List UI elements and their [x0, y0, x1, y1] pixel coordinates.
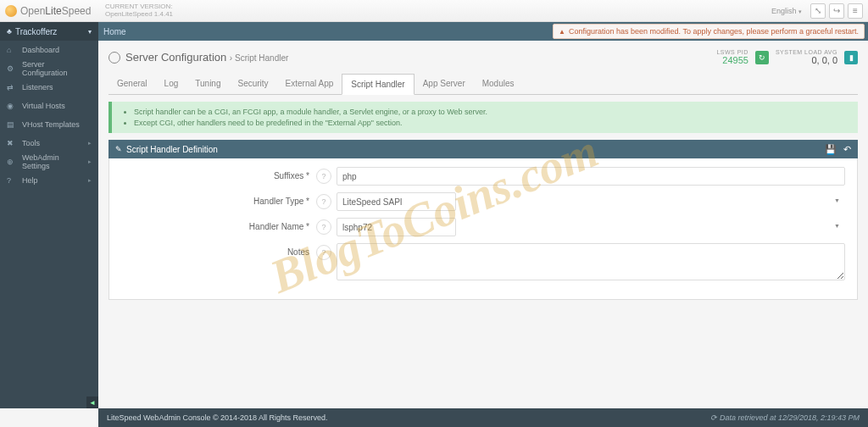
nav-label: Help: [22, 176, 38, 185]
tab-script-handler[interactable]: Script Handler: [342, 74, 414, 95]
language-selector[interactable]: English ▾: [766, 5, 807, 17]
tab-modules[interactable]: Modules: [474, 74, 523, 94]
sidebar-item-dashboard[interactable]: ⌂Dashboard: [0, 41, 98, 59]
panel-body: Suffixes * ? Handler Type * ? Handler Na…: [108, 158, 858, 300]
help-icon[interactable]: ?: [316, 169, 331, 184]
page-header: Server Configuration › Script Handler LS…: [108, 49, 858, 65]
help-icon[interactable]: ?: [316, 194, 331, 209]
logo[interactable]: OpenLiteSpeed: [5, 5, 98, 17]
lsws-pid: LSWS PID 24955: [716, 49, 748, 65]
config-alert: Configuration has been modified. To appl…: [553, 24, 865, 39]
sidebar: ♣ Trackofferz▾ ⌂Dashboard⚙Server Configu…: [0, 41, 98, 408]
logout-icon[interactable]: ↪: [829, 3, 844, 19]
footer-timestamp: ⟳ Data retrieved at 12/29/2018, 2:19:43 …: [710, 413, 860, 422]
footer: LiteSpeed WebAdmin Console © 2014-2018 A…: [98, 408, 868, 427]
tab-log[interactable]: Log: [156, 74, 187, 94]
nav-icon: ⇄: [7, 83, 17, 92]
notes-textarea[interactable]: [337, 243, 845, 280]
logo-text: OpenLiteSpeed: [20, 5, 91, 17]
fullscreen-icon[interactable]: ⤡: [810, 3, 826, 19]
suffixes-label: Suffixes *: [121, 167, 316, 180]
nav-label: VHost Templates: [22, 120, 80, 129]
nav-icon: ⚙: [7, 64, 17, 73]
info-item: Except CGI, other handlers need to be pr…: [134, 118, 849, 129]
edit-icon: ✎: [115, 145, 122, 153]
top-bar: OpenLiteSpeed CURRENT VERSION: OpenLiteS…: [0, 0, 868, 22]
sidebar-item-listeners[interactable]: ⇄Listeners: [0, 78, 98, 97]
nav-label: Listeners: [22, 83, 53, 92]
footer-copyright: LiteSpeed WebAdmin Console © 2014-2018 A…: [107, 413, 328, 422]
sidebar-item-server-configuration[interactable]: ⚙Server Configuration: [0, 59, 98, 78]
globe-icon: [108, 52, 120, 64]
nav-icon: ⊕: [7, 158, 17, 166]
breadcrumb-bar: Home Configuration has been modified. To…: [0, 22, 868, 41]
menu-icon[interactable]: ≡: [848, 3, 863, 19]
nav-label: Server Configuration: [22, 60, 92, 77]
tab-app-server[interactable]: App Server: [415, 74, 474, 94]
handler-type-select[interactable]: [337, 192, 456, 211]
tab-tuning[interactable]: Tuning: [186, 74, 229, 94]
nav-label: Dashboard: [22, 46, 59, 54]
panel-title: Script Handler Definition: [126, 145, 218, 154]
notes-label: Notes: [121, 243, 316, 257]
panel-header: ✎ Script Handler Definition 💾 ↶: [108, 140, 858, 158]
back-icon[interactable]: ↶: [843, 144, 851, 155]
help-icon[interactable]: ?: [316, 219, 331, 235]
handler-name-label: Handler Name *: [121, 218, 316, 231]
nav-label: Tools: [22, 139, 40, 147]
handler-name-select[interactable]: [337, 218, 456, 236]
sidebar-collapse-icon[interactable]: ◄: [86, 396, 98, 408]
page-title: Server Configuration › Script Handler: [125, 51, 288, 64]
sidebar-header[interactable]: ♣ Trackofferz▾: [0, 22, 98, 41]
tab-security[interactable]: Security: [229, 74, 276, 94]
sidebar-item-vhost-templates[interactable]: ▤VHost Templates: [0, 115, 98, 134]
logo-icon: [5, 5, 17, 17]
nav-icon: ?: [7, 176, 17, 185]
nav-icon: ✖: [7, 139, 17, 147]
breadcrumb-home[interactable]: Home: [103, 27, 126, 36]
suffixes-input[interactable]: [337, 167, 845, 186]
restart-icon[interactable]: ↻: [755, 51, 769, 64]
main-content: Server Configuration › Script Handler LS…: [98, 41, 868, 408]
handler-type-label: Handler Type *: [121, 192, 316, 206]
nav-label: Virtual Hosts: [22, 102, 65, 110]
nav-icon: ◉: [7, 102, 17, 110]
nav-icon: ⌂: [7, 46, 17, 54]
tab-external-app[interactable]: External App: [277, 74, 342, 94]
save-icon[interactable]: 💾: [825, 144, 837, 155]
system-load: SYSTEM LOAD AVG 0, 0, 0: [776, 49, 837, 65]
info-item: Script handler can be a CGI, an FCGI app…: [134, 107, 849, 118]
stats-icon[interactable]: ▮: [844, 51, 858, 64]
sidebar-item-help[interactable]: ?Help▸: [0, 171, 98, 190]
sidebar-item-tools[interactable]: ✖Tools▸: [0, 134, 98, 152]
sidebar-item-webadmin-settings[interactable]: ⊕WebAdmin Settings▸: [0, 152, 98, 171]
version-info: CURRENT VERSION: OpenLiteSpeed 1.4.41: [105, 3, 173, 19]
nav-icon: ▤: [7, 120, 17, 129]
sidebar-item-virtual-hosts[interactable]: ◉Virtual Hosts: [0, 97, 98, 115]
help-icon[interactable]: ?: [316, 245, 331, 260]
nav-label: WebAdmin Settings: [22, 153, 88, 170]
tab-general[interactable]: General: [108, 74, 156, 94]
info-box: Script handler can be a CGI, an FCGI app…: [108, 102, 858, 133]
tab-bar: GeneralLogTuningSecurityExternal AppScri…: [108, 74, 858, 95]
